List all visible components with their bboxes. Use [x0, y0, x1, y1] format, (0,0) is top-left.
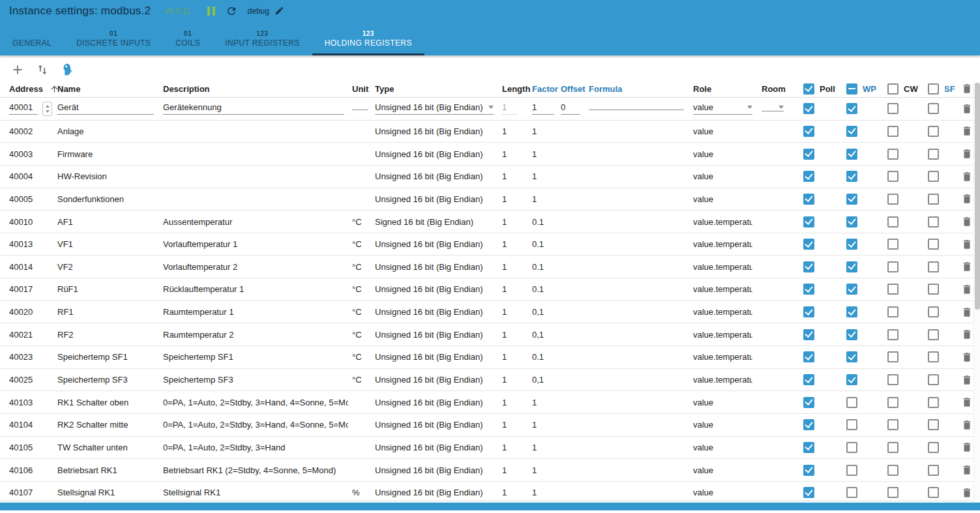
formula-value[interactable]: [589, 108, 684, 110]
address-value[interactable]: 40023: [9, 352, 33, 362]
type-select[interactable]: Unsigned 16 bit (Big Endian): [375, 126, 483, 136]
role-select[interactable]: value.temperature: [693, 217, 752, 227]
description-value[interactable]: 0=PA, 1=Auto, 2=Stdby, 3=Hand: [163, 443, 285, 452]
delete-row-button[interactable]: [961, 216, 973, 227]
description-cell[interactable]: Vorlauftemperatur 2: [163, 262, 348, 272]
expert-mode-button[interactable]: [59, 61, 76, 78]
unit-value[interactable]: °C: [352, 375, 362, 385]
factor-cell[interactable]: 1: [528, 126, 557, 136]
description-value[interactable]: Speichertemp SF3: [163, 375, 233, 385]
delete-row-button[interactable]: [961, 441, 973, 453]
cw-checkbox[interactable]: [887, 171, 898, 182]
sf-checkbox[interactable]: [928, 149, 939, 160]
wp-checkbox[interactable]: [846, 351, 857, 362]
wp-checkbox[interactable]: [846, 487, 857, 498]
unit-cell[interactable]: °C: [348, 239, 370, 249]
name-cell[interactable]: RK2 Schalter mitte: [57, 420, 163, 430]
address-value[interactable]: 40010: [9, 217, 33, 227]
type-cell[interactable]: Unsigned 16 bit (Big Endian): [370, 488, 498, 497]
role-select[interactable]: value: [693, 398, 713, 407]
poll-checkbox[interactable]: [803, 465, 814, 476]
address-cell[interactable]: 40013: [9, 239, 57, 249]
factor-cell[interactable]: 1: [528, 102, 557, 115]
wp-checkbox[interactable]: [846, 442, 857, 453]
type-select[interactable]: Unsigned 16 bit (Big Endian): [375, 465, 483, 475]
name-value[interactable]: Speichertemp SF1: [57, 352, 128, 362]
factor-cell[interactable]: 1: [528, 443, 557, 452]
delete-row-button[interactable]: [961, 487, 973, 499]
role-select[interactable]: value.temperature: [693, 284, 752, 294]
unit-value[interactable]: %: [352, 488, 360, 497]
factor-cell[interactable]: 1: [528, 398, 557, 407]
factor-cell[interactable]: 0.1: [528, 217, 557, 227]
name-value[interactable]: Betriebsart RK1: [57, 465, 117, 475]
role-select[interactable]: value: [693, 443, 713, 452]
role-select[interactable]: value: [693, 102, 752, 115]
role-cell[interactable]: value: [685, 171, 752, 181]
address-value[interactable]: 40025: [9, 375, 33, 385]
delete-row-button[interactable]: [961, 329, 973, 340]
role-select[interactable]: value: [693, 149, 713, 159]
type-select[interactable]: Unsigned 16 bit (Big Endian): [375, 375, 483, 385]
formula-cell[interactable]: [586, 108, 685, 110]
wp-checkbox[interactable]: [846, 465, 857, 476]
name-cell[interactable]: AF1: [57, 217, 163, 227]
type-cell[interactable]: Unsigned 16 bit (Big Endian): [370, 375, 498, 385]
delete-row-button[interactable]: [961, 171, 973, 183]
column-header-factor[interactable]: Factor: [528, 84, 557, 94]
name-value[interactable]: Sonderfunktionen: [57, 194, 124, 204]
factor-value[interactable]: 1: [532, 194, 537, 204]
column-header-offset[interactable]: Offset: [557, 84, 586, 94]
type-select[interactable]: Unsigned 16 bit (Big Endian): [375, 194, 483, 204]
unit-cell[interactable]: °C: [348, 307, 370, 317]
wp-checkbox[interactable]: [846, 149, 857, 160]
name-cell[interactable]: TW Schalter unten: [57, 443, 163, 452]
cw-checkbox[interactable]: [887, 487, 898, 498]
factor-value[interactable]: 0.1: [532, 217, 544, 227]
factor-cell[interactable]: 0.1: [528, 262, 557, 272]
unit-cell[interactable]: °C: [348, 284, 370, 294]
type-select[interactable]: Unsigned 16 bit (Big Endian): [375, 443, 483, 452]
factor-value[interactable]: 1: [532, 149, 537, 159]
address-cell[interactable]: 40002: [9, 126, 57, 136]
type-cell[interactable]: Unsigned 16 bit (Big Endian): [370, 194, 498, 204]
cw-checkbox[interactable]: [887, 261, 898, 272]
type-cell[interactable]: Unsigned 16 bit (Big Endian): [370, 149, 498, 159]
name-value[interactable]: Stellsignal RK1: [57, 488, 115, 497]
sf-checkbox[interactable]: [928, 126, 939, 137]
number-spinner[interactable]: [42, 102, 52, 116]
sf-checkbox[interactable]: [928, 487, 939, 498]
type-select[interactable]: Unsigned 16 bit (Big Endian): [375, 284, 483, 294]
description-cell[interactable]: 0=PA, 1=Auto, 2=Stdby, 3=Hand: [163, 443, 348, 452]
pause-button[interactable]: [207, 7, 215, 16]
role-cell[interactable]: value.temperature: [685, 239, 752, 249]
role-cell[interactable]: value: [685, 102, 752, 115]
delete-row-button[interactable]: [961, 193, 973, 205]
cw-checkbox[interactable]: [887, 374, 898, 385]
role-cell[interactable]: value: [685, 194, 752, 204]
role-cell[interactable]: value.temperature: [685, 284, 752, 294]
description-value[interactable]: Vorlauftemperatur 2: [163, 262, 237, 272]
address-value[interactable]: 40020: [9, 307, 33, 317]
type-cell[interactable]: Unsigned 16 bit (Big Endian): [370, 102, 498, 115]
address-value[interactable]: 40103: [9, 398, 33, 407]
type-cell[interactable]: Signed 16 bit (Big Endian): [370, 217, 498, 227]
address-value[interactable]: 40021: [9, 330, 33, 340]
factor-value[interactable]: 0,1: [532, 307, 544, 317]
name-value[interactable]: RüF1: [57, 284, 78, 294]
delete-row-button[interactable]: [961, 148, 973, 160]
wp-checkbox[interactable]: [846, 171, 857, 182]
cw-checkbox[interactable]: [887, 149, 898, 160]
offset-cell[interactable]: 0: [557, 102, 586, 115]
unit-value[interactable]: [352, 108, 368, 110]
description-value[interactable]: Stellsignal RK1: [163, 488, 220, 497]
factor-cell[interactable]: 0.1: [528, 239, 557, 249]
type-select[interactable]: Unsigned 16 bit (Big Endian): [375, 330, 483, 340]
cw-checkbox[interactable]: [887, 126, 898, 137]
factor-cell[interactable]: 0,1: [528, 307, 557, 317]
factor-value[interactable]: 1: [532, 398, 537, 407]
address-cell[interactable]: 40003: [9, 149, 57, 159]
name-cell[interactable]: Gerät: [57, 102, 163, 115]
sf-checkbox[interactable]: [928, 374, 939, 385]
address-cell[interactable]: 40021: [9, 330, 57, 340]
